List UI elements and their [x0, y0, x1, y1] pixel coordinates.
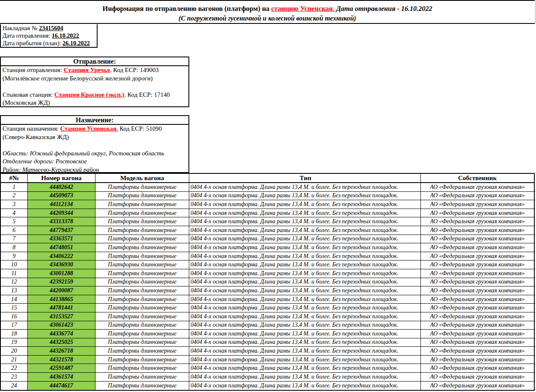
cell-index[interactable]: 7 — [1, 235, 28, 243]
column-header-type[interactable]: Тип — [189, 174, 421, 182]
cell-model[interactable]: Платформы длинномерные — [95, 373, 189, 381]
cell-index[interactable]: 11 — [1, 269, 28, 278]
cell-owner[interactable]: АО «Федеральная грузовая компания» — [421, 330, 534, 338]
cell-wagon-number[interactable]: 44325025 — [28, 338, 95, 347]
cell-type[interactable]: 0404 4-х осная платформа. Длина рамы 13,… — [189, 183, 421, 191]
arrival-date-line[interactable]: Дата прибытия (план): 26.10.2022 — [3, 39, 97, 47]
cell-index[interactable]: 5 — [1, 217, 28, 226]
cell-type[interactable]: 0404 4-х осная платформа. Длина рамы 13,… — [189, 269, 421, 278]
cell-owner[interactable]: АО «Федеральная грузовая компания» — [421, 269, 534, 278]
departure-date-line[interactable]: Дата отправления: 16.10.2022 — [3, 32, 97, 39]
cell-wagon-number[interactable]: 44781441 — [28, 304, 95, 312]
cell-wagon-number[interactable]: 44321578 — [28, 356, 95, 364]
cell-model[interactable]: Платформы длинномерные — [95, 183, 189, 191]
cell-index[interactable]: 18 — [1, 330, 28, 338]
cell-wagon-number[interactable]: 43436930 — [28, 260, 95, 269]
cell-owner[interactable]: АО «Федеральная грузовая компания» — [421, 226, 534, 235]
waybill-number-line[interactable]: Накладная № 23415604 — [3, 24, 97, 32]
cell-model[interactable]: Платформы длинномерные — [95, 286, 189, 295]
cell-wagon-number[interactable]: 43153527 — [28, 312, 95, 321]
cell-model[interactable]: Платформы длинномерные — [95, 192, 189, 200]
cell-type[interactable]: 0404 4-х осная платформа. Длина рамы 13,… — [189, 382, 421, 390]
cell-index[interactable]: 23 — [1, 373, 28, 381]
cell-index[interactable]: 10 — [1, 260, 28, 269]
cell-model[interactable]: Платформы длинномерные — [95, 295, 189, 304]
cell-type[interactable]: 0404 4-х осная платформа. Длина рамы 13,… — [189, 243, 421, 252]
column-header-index[interactable]: #№ — [1, 174, 28, 182]
cell-owner[interactable]: АО «Федеральная грузовая компания» — [421, 382, 534, 390]
cell-type[interactable]: 0404 4-х осная платформа. Длина рамы 13,… — [189, 235, 421, 243]
cell-index[interactable]: 20 — [1, 347, 28, 355]
cell-model[interactable]: Платформы длинномерные — [95, 269, 189, 278]
cell-index[interactable]: 14 — [1, 295, 28, 304]
cell-type[interactable]: 0404 4-х осная платформа. Длина рамы 13,… — [189, 356, 421, 364]
cell-wagon-number[interactable]: 42392159 — [28, 278, 95, 286]
cell-type[interactable]: 0404 4-х осная платформа. Длина рамы 13,… — [189, 217, 421, 226]
column-header-owner[interactable]: Собственник — [421, 174, 534, 182]
cell-owner[interactable]: АО «Федеральная грузовая компания» — [421, 209, 534, 217]
cell-wagon-number[interactable]: 43363571 — [28, 235, 95, 243]
destination-station-link[interactable]: Станция Успенская. — [60, 125, 118, 132]
cell-owner[interactable]: АО «Федеральная грузовая компания» — [421, 321, 534, 330]
cell-type[interactable]: 0404 4-х осная платформа. Длина рамы 13,… — [189, 200, 421, 209]
cell-owner[interactable]: АО «Федеральная грузовая компания» — [421, 295, 534, 304]
cell-model[interactable]: Платформы длинномерные — [95, 252, 189, 260]
cell-type[interactable]: 0404 4-х осная платформа. Длина рамы 13,… — [189, 278, 421, 286]
cell-wagon-number[interactable]: 43313378 — [28, 217, 95, 226]
cell-wagon-number[interactable]: 44138865 — [28, 295, 95, 304]
cell-owner[interactable]: АО «Федеральная грузовая компания» — [421, 347, 534, 355]
cell-model[interactable]: Платформы длинномерные — [95, 235, 189, 243]
cell-model[interactable]: Платформы длинномерные — [95, 330, 189, 338]
cell-wagon-number[interactable]: 44209344 — [28, 209, 95, 217]
cell-index[interactable]: 9 — [1, 252, 28, 260]
cell-type[interactable]: 0404 4-х осная платформа. Длина рамы 13,… — [189, 338, 421, 347]
cell-index[interactable]: 21 — [1, 356, 28, 364]
cell-owner[interactable]: АО «Федеральная грузовая компания» — [421, 235, 534, 243]
column-header-model[interactable]: Модель вагона — [95, 174, 189, 182]
cell-wagon-number[interactable]: 44200087 — [28, 286, 95, 295]
cell-wagon-number[interactable]: 44779437 — [28, 226, 95, 235]
cell-owner[interactable]: АО «Федеральная грузовая компания» — [421, 338, 534, 347]
cell-wagon-number[interactable]: 43001288 — [28, 269, 95, 278]
cell-model[interactable]: Платформы длинномерные — [95, 312, 189, 321]
cell-index[interactable]: 2 — [1, 192, 28, 200]
cell-owner[interactable]: АО «Федеральная грузовая компания» — [421, 278, 534, 286]
cell-index[interactable]: 12 — [1, 278, 28, 286]
cell-owner[interactable]: АО «Федеральная грузовая компания» — [421, 373, 534, 381]
title-station-link[interactable]: станцию Успенская. — [271, 5, 335, 13]
cell-wagon-number[interactable]: 44112134 — [28, 200, 95, 209]
cell-model[interactable]: Платформы длинномерные — [95, 278, 189, 286]
cell-model[interactable]: Платформы длинномерные — [95, 217, 189, 226]
cell-wagon-number[interactable]: 44326718 — [28, 347, 95, 355]
cell-model[interactable]: Платформы длинномерные — [95, 364, 189, 372]
cell-type[interactable]: 0404 4-х осная платформа. Длина рамы 13,… — [189, 330, 421, 338]
cell-index[interactable]: 17 — [1, 321, 28, 330]
cell-owner[interactable]: АО «Федеральная грузовая компания» — [421, 312, 534, 321]
cell-index[interactable]: 22 — [1, 364, 28, 372]
cell-index[interactable]: 3 — [1, 200, 28, 209]
cell-owner[interactable]: АО «Федеральная грузовая компания» — [421, 252, 534, 260]
cell-index[interactable]: 1 — [1, 183, 28, 191]
cell-wagon-number[interactable]: 44748051 — [28, 243, 95, 252]
cell-type[interactable]: 0404 4-х осная платформа. Длина рамы 13,… — [189, 260, 421, 269]
cell-wagon-number[interactable]: 44361574 — [28, 373, 95, 381]
cell-type[interactable]: 0404 4-х осная платформа. Длина рамы 13,… — [189, 304, 421, 312]
cell-type[interactable]: 0404 4-х осная платформа. Длина рамы 13,… — [189, 226, 421, 235]
cell-index[interactable]: 8 — [1, 243, 28, 252]
cell-model[interactable]: Платформы длинномерные — [95, 338, 189, 347]
cell-wagon-number[interactable]: 44336774 — [28, 330, 95, 338]
cell-wagon-number[interactable]: 43061423 — [28, 321, 95, 330]
cell-owner[interactable]: АО «Федеральная грузовая компания» — [421, 260, 534, 269]
cell-wagon-number[interactable]: 44402642 — [28, 183, 95, 191]
cell-type[interactable]: 0404 4-х осная платформа. Длина рамы 13,… — [189, 364, 421, 372]
cell-model[interactable]: Платформы длинномерные — [95, 382, 189, 390]
cell-type[interactable]: 0404 4-х осная платформа. Длина рамы 13,… — [189, 252, 421, 260]
cell-type[interactable]: 0404 4-х осная платформа. Длина рамы 13,… — [189, 286, 421, 295]
cell-wagon-number[interactable]: 44509073 — [28, 192, 95, 200]
column-header-wagon[interactable]: Номер вагона — [28, 174, 95, 182]
cell-index[interactable]: 6 — [1, 226, 28, 235]
cell-owner[interactable]: АО «Федеральная грузовая компания» — [421, 243, 534, 252]
junction-station-link[interactable]: Станция Красное (эксп.) — [54, 91, 124, 98]
cell-owner[interactable]: АО «Федеральная грузовая компания» — [421, 286, 534, 295]
cell-model[interactable]: Платформы длинномерные — [95, 321, 189, 330]
